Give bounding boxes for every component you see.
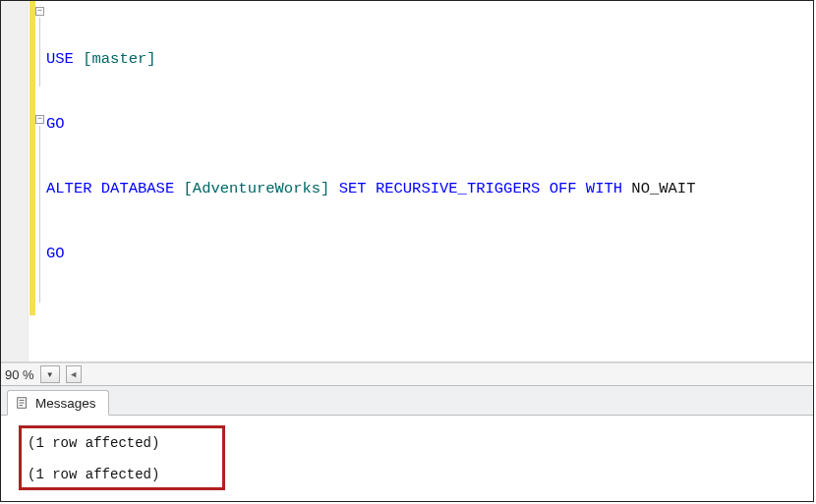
outline-line [39,126,40,303]
arrow-left-icon: ◄ [69,369,78,379]
sql-keyword: USE [46,50,83,68]
ssms-window: − − USE [master] GO ALTER DATABASE [Adve… [0,0,814,502]
sql-keyword: ALTER [46,180,101,197]
message-line: (1 row affected) [28,466,212,483]
zoom-dropdown[interactable]: ▼ [40,365,60,383]
highlight-annotation: (1 row affected) (1 row affected) [19,425,225,490]
sql-object: [master] [83,50,155,68]
tab-label: Messages [35,396,96,411]
zoom-bar: 90 % ▼ ◄ [1,363,813,386]
zoom-level: 90 % [1,367,40,382]
sql-keyword: WITH [586,180,632,197]
scroll-left-button[interactable]: ◄ [66,365,82,383]
outline-toggle-icon[interactable]: − [35,7,44,16]
sql-keyword: SET [339,180,376,197]
messages-pane[interactable]: (1 row affected) (1 row affected) [1,416,813,501]
chevron-down-icon: ▼ [46,370,54,379]
outline-toggle-icon[interactable]: − [35,115,44,124]
outline-line [39,18,40,86]
results-tab-strip: Messages [1,386,813,416]
tab-messages[interactable]: Messages [7,390,109,416]
sql-keyword: OFF [550,180,586,197]
editor-gutter [1,1,29,362]
sql-keyword: GO [46,245,65,262]
sql-keyword: GO [46,115,65,133]
messages-icon [16,396,29,410]
message-line: (1 row affected) [28,434,212,452]
sql-object: [AdventureWorks] [184,180,339,197]
sql-editor-pane[interactable]: − − USE [master] GO ALTER DATABASE [Adve… [1,1,813,363]
sql-keyword: RECURSIVE_TRIGGERS [376,180,550,197]
sql-keyword: DATABASE [101,180,184,197]
sql-text: NO_WAIT [631,180,695,197]
